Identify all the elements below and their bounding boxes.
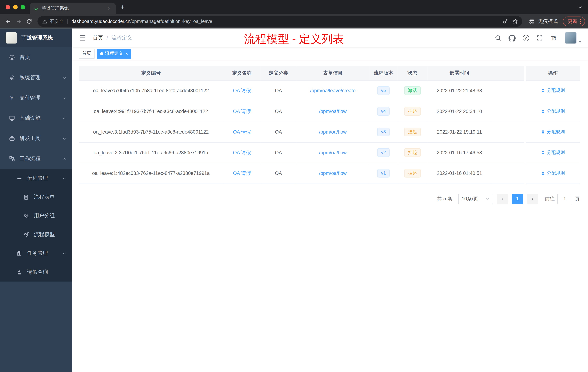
sidebar-item-workflow[interactable]: 工作流程 [0, 149, 72, 169]
cell-definition-name: OA 请假 [223, 80, 261, 101]
tab-title: 芋道管理系统 [42, 5, 103, 12]
sidebar-item-user-group[interactable]: 用户分组 [0, 206, 72, 225]
chevron-left-icon [500, 197, 505, 201]
cell-category: OA [261, 80, 296, 101]
table-header-row: 定义编号 定义名称 定义分类 表单信息 流程版本 状态 部署时间 操作 [79, 66, 580, 80]
cell-version: v3 [369, 121, 398, 142]
sidebar-item-home[interactable]: 首页 [0, 47, 72, 67]
tag-close-icon[interactable]: × [125, 51, 128, 56]
cell-definition-name: OA 请假 [223, 142, 261, 163]
monitor-icon [9, 115, 15, 121]
version-badge: v4 [377, 107, 389, 116]
assign-rule-link[interactable]: 分配规则 [541, 149, 565, 156]
window-close-button[interactable] [6, 5, 10, 10]
definition-name-link[interactable]: OA 请假 [233, 170, 251, 176]
user-menu[interactable] [565, 32, 582, 44]
navbar-actions: ? Tt [494, 32, 582, 44]
app-shell: 芋道管理系统 首页 系统管理 ¥ [0, 29, 588, 372]
prev-page-button[interactable] [497, 194, 508, 204]
status-badge: 激活 [404, 86, 421, 95]
cell-status: 挂起 [398, 101, 428, 121]
header-filler [491, 66, 524, 80]
browser-tab[interactable]: 芋道管理系统 × [30, 2, 116, 14]
sidebar-item-process-management[interactable]: 流程管理 [0, 169, 72, 188]
form-link[interactable]: /bpm/oa/flow [319, 170, 346, 176]
assign-rule-link[interactable]: 分配规则 [541, 87, 565, 94]
sidebar-item-system-management[interactable]: 系统管理 [0, 67, 72, 88]
page-size-select[interactable]: 10条/页 [458, 194, 493, 204]
goto-page-input[interactable] [557, 194, 572, 204]
avatar [565, 32, 577, 44]
definition-table: 定义编号 定义名称 定义分类 表单信息 流程版本 状态 部署时间 操作 [79, 66, 580, 184]
assign-rule-link[interactable]: 分配规则 [541, 108, 565, 114]
definition-name-link[interactable]: OA 请假 [233, 88, 251, 93]
chevron-down-icon [62, 76, 66, 80]
help-icon[interactable]: ? [522, 34, 530, 42]
cell-definition-name: OA 请假 [223, 163, 261, 184]
search-icon[interactable] [494, 34, 502, 42]
font-size-icon[interactable]: Tt [549, 34, 558, 42]
hamburger-icon[interactable] [79, 34, 86, 42]
browser-update-menu-button[interactable]: 更新 [563, 17, 585, 26]
browser-toolbar: 不安全 dashboard.yudao.iocoder.cn/bpm/manag… [0, 14, 588, 28]
bookmark-star-icon[interactable] [510, 17, 520, 26]
sidebar-item-process-form[interactable]: 流程表单 [0, 188, 72, 206]
form-link[interactable]: /bpm/oa/flow [319, 109, 346, 114]
chevron-up-icon [62, 157, 66, 161]
tab-search-chevron-icon[interactable] [578, 5, 583, 10]
cell-category: OA [261, 163, 296, 184]
incognito-badge[interactable]: 无痕模式 [528, 18, 558, 25]
breadcrumb-current: 流程定义 [111, 34, 132, 41]
sidebar-logo[interactable]: 芋道管理系统 [0, 29, 72, 47]
cell-filler [491, 101, 524, 121]
cell-category: OA [261, 121, 296, 142]
chevron-down-icon [62, 251, 66, 255]
next-page-button[interactable] [527, 194, 538, 204]
security-status[interactable]: 不安全 [42, 18, 64, 25]
content-area: 首页 / 流程定义 ? T [72, 29, 588, 372]
version-badge: v5 [377, 86, 389, 95]
address-bar[interactable]: 不安全 dashboard.yudao.iocoder.cn/bpm/manag… [37, 16, 522, 27]
definition-name-link[interactable]: OA 请假 [233, 129, 251, 134]
page-number-button[interactable]: 1 [512, 194, 523, 204]
tag-home[interactable]: 首页 [79, 49, 94, 58]
dashboard-icon [9, 54, 15, 61]
sidebar-item-infrastructure[interactable]: 基础设施 [0, 108, 72, 128]
sidebar-item-leave-query[interactable]: 请假查询 [0, 263, 72, 282]
assign-rule-link[interactable]: 分配规则 [541, 129, 565, 135]
form-link[interactable]: /bpm/oa/leave/create [310, 88, 356, 94]
github-icon[interactable] [508, 34, 516, 42]
status-badge: 挂起 [404, 107, 421, 116]
back-icon[interactable] [3, 16, 14, 27]
cell-deploy-time: 2022-01-22 20:34:10 [428, 101, 491, 121]
tag-process-definition[interactable]: 流程定义 × [97, 49, 131, 58]
definition-name-link[interactable]: OA 请假 [233, 150, 251, 155]
sidebar-item-task-management[interactable]: 任务管理 [0, 244, 72, 263]
form-link[interactable]: /bpm/oa/flow [319, 129, 346, 135]
header-actions: 操作 [526, 66, 580, 80]
forward-icon[interactable] [13, 16, 24, 27]
pagination: 共 5 条 10条/页 1 前往 页 [79, 194, 580, 204]
fullscreen-icon[interactable] [536, 34, 544, 42]
window-minimize-button[interactable] [13, 5, 18, 10]
new-tab-button[interactable]: + [117, 2, 128, 12]
cell-definition-name: OA 请假 [223, 101, 261, 121]
reload-icon[interactable] [24, 16, 34, 27]
sidebar-item-process-model[interactable]: 流程模型 [0, 225, 72, 244]
clipboard-icon [16, 250, 22, 257]
password-key-icon[interactable] [501, 17, 510, 26]
breadcrumb-home[interactable]: 首页 [93, 34, 103, 41]
logo-title: 芋道管理系统 [21, 34, 53, 41]
definition-name-link[interactable]: OA 请假 [233, 108, 251, 114]
sidebar-item-payment-management[interactable]: ¥ 支付管理 [0, 88, 72, 108]
assign-rule-link[interactable]: 分配规则 [541, 170, 565, 176]
tab-close-icon[interactable]: × [106, 5, 112, 11]
sidebar-item-dev-tools[interactable]: 研发工具 [0, 128, 72, 149]
incognito-spy-icon [528, 18, 535, 25]
sidebar: 芋道管理系统 首页 系统管理 ¥ [0, 29, 72, 372]
table-row: oa_leave:1:482ec033-762a-11ec-8477-a2380… [79, 163, 580, 184]
window-zoom-button[interactable] [21, 5, 25, 10]
form-link[interactable]: /bpm/oa/flow [319, 150, 346, 155]
header-definition-name: 定义名称 [223, 66, 261, 80]
cell-filler [491, 121, 524, 142]
